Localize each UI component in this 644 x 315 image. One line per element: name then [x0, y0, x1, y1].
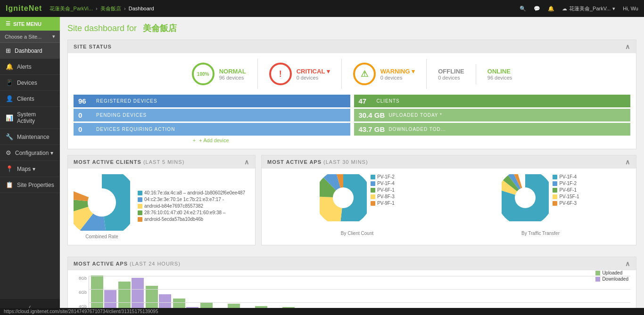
- clients-pie-chart: Combined Rate: [74, 174, 130, 239]
- site-status-section: SITE STATUS ∧ 100% NORMAL 96 devices !: [67, 40, 636, 149]
- configuration-icon: ⚙: [6, 149, 11, 156]
- critical-label: CRITICAL ▾: [297, 68, 330, 75]
- sidebar-label-system-activity: System Activity: [17, 111, 54, 124]
- stat-uploaded: 30.4 GB UPLOADED TODAY *: [354, 109, 631, 121]
- sidebar-label-maintenance: Maintenance: [17, 134, 50, 140]
- clients-icon: 👤: [6, 95, 13, 102]
- search-icon[interactable]: 🔍: [520, 6, 526, 12]
- sidebar-item-clients[interactable]: 👤 Clients: [0, 91, 60, 107]
- logo: IgniteNet: [6, 4, 42, 13]
- stat-pending: 0 PENDING DEVICES: [74, 109, 350, 121]
- stat-downloaded: 43.7 GB DOWNLOADED TOD...: [354, 123, 631, 136]
- sidebar-item-alerts[interactable]: 🔔 Alerts: [0, 59, 60, 75]
- ap-cl-legend-3: PV-6F-1: [371, 187, 395, 193]
- bell-icon[interactable]: 🔔: [548, 6, 554, 12]
- maps-icon: 📍: [6, 165, 13, 172]
- svg-point-11: [333, 187, 354, 208]
- collapse-button[interactable]: ∧: [625, 43, 630, 50]
- ap-cl-legend-2: PV-1F-4: [371, 181, 395, 186]
- warning-ring: ⚠: [353, 63, 376, 85]
- sidebar-label-site-properties: Site Properties: [17, 182, 54, 188]
- site-select[interactable]: Choose a Site... ▾: [0, 31, 60, 43]
- sidebar-item-site-properties[interactable]: 📋 Site Properties: [0, 177, 60, 193]
- critical-ring: !: [269, 63, 292, 85]
- status-card-critical: ! CRITICAL ▾ 0 devices: [258, 59, 342, 89]
- menu-icon: ☰: [6, 21, 10, 27]
- breadcrumb-current: Dashboard: [129, 6, 154, 11]
- aps-collapse-btn[interactable]: ∧: [625, 158, 630, 166]
- clients-collapse-btn[interactable]: ∧: [244, 158, 249, 166]
- sidebar-item-system-activity[interactable]: 📊 System Activity: [0, 107, 60, 129]
- normal-count: 96 devices: [219, 75, 246, 81]
- legend-item-4: 28:76:10:01:47:d0 24:e2:71:60:e9:38 –: [138, 210, 245, 215]
- page-title-site: 美侖飯店: [143, 24, 177, 33]
- breadcrumb-site[interactable]: 花蓮美侖_ParkVi...: [50, 6, 93, 11]
- aps-24h-collapse-btn[interactable]: ∧: [625, 260, 630, 267]
- sidebar-label-configuration: Configuration ▾: [15, 150, 53, 156]
- uploaded-dot: [595, 271, 600, 275]
- ap-traffic-pie-area: PV-1F-4 PV-1F-2 PV-6F-1: [502, 174, 579, 236]
- status-card-normal: 100% NORMAL 96 devices: [181, 59, 258, 89]
- svg-point-5: [88, 188, 116, 217]
- page-title-prefix: Site dashboard for: [67, 24, 137, 33]
- status-online-text: ONLINE 96 devices: [487, 68, 512, 81]
- chat-icon[interactable]: 💬: [534, 6, 540, 12]
- site-menu-header: ☰ SITE MENU: [0, 17, 60, 31]
- legend-item-3: android-b84e7697c8557382: [138, 203, 245, 209]
- clients-title: MOST ACTIVE CLIENTS (LAST 5 MINS): [74, 159, 184, 165]
- breadcrumb-sub[interactable]: 美侖飯店: [100, 6, 121, 11]
- sidebar-item-configuration[interactable]: ⚙ Configuration ▾: [0, 145, 60, 161]
- alerts-icon: 🔔: [6, 63, 13, 70]
- sidebar-item-dashboard[interactable]: ⊞ Dashboard: [0, 43, 60, 59]
- ap-cl-legend-1: PV-1F-2: [371, 174, 395, 179]
- sidebar-item-devices[interactable]: 📱 Devices: [0, 75, 60, 91]
- ap-client-pie-svg: [320, 174, 367, 221]
- legend-dot-1: [138, 191, 142, 195]
- sidebar-item-maps[interactable]: 📍 Maps ▾: [0, 161, 60, 177]
- uploaded-label: Uploaded: [602, 270, 622, 275]
- three-pies: PV-1F-2 PV-1F-4 PV-6F-1: [267, 174, 630, 236]
- stats-left: 96 REGISTERED DEVICES 0 PENDING DEVICES …: [74, 95, 350, 143]
- aps-header: MOST ACTIVE APS (LAST 30 MINS) ∧: [262, 155, 636, 169]
- add-device[interactable]: + + Add device: [74, 137, 350, 143]
- online-count: 96 devices: [487, 75, 512, 81]
- ap-pie-traffic: PV-1F-4 PV-1F-2 PV-6F-1: [451, 174, 630, 236]
- main-layout: ☰ SITE MENU Choose a Site... ▾ ⊞ Dashboa…: [0, 17, 644, 315]
- system-activity-icon: 📊: [6, 114, 13, 121]
- nav-left: IgniteNet 花蓮美侖_ParkVi... › 美侖飯店 › Dashbo…: [6, 4, 154, 13]
- main-content: Site dashboard for 美侖飯店 SITE STATUS ∧ 10…: [60, 17, 644, 315]
- offline-label: OFFLINE: [438, 68, 464, 75]
- devices-icon: 📱: [6, 79, 13, 86]
- cloud-info[interactable]: ☁ 花蓮美侖_ParkV... ▾: [562, 5, 615, 12]
- stats-right: 47 CLIENTS 30.4 GB UPLOADED TODAY * 43.7…: [354, 95, 631, 143]
- legend-dot-2: [138, 197, 142, 202]
- ap-cl-legend-4: PV-8F-3: [371, 194, 395, 199]
- stat-action: 0 DEVICES REQUIRING ACTION: [74, 123, 350, 136]
- most-active-clients-section: MOST ACTIVE CLIENTS (LAST 5 MINS) ∧: [67, 155, 256, 245]
- legend-item-5: android-5ecda57ba10db46b: [138, 217, 245, 222]
- ap-client-pie-row: PV-1F-2 PV-1F-4 PV-6F-1: [320, 174, 395, 221]
- clients-pie-svg: [74, 174, 130, 231]
- legend-item-1: 40:16:7e:da:4c:a8 – android-1b80602f6e0e…: [138, 190, 245, 195]
- aps-title: MOST ACTIVE APS (LAST 30 MINS): [267, 159, 368, 165]
- warning-label: WARNING ▾: [380, 68, 415, 75]
- normal-label: NORMAL: [219, 68, 246, 75]
- legend-dot-4: [138, 210, 142, 215]
- clients-body: Combined Rate 40:16:7e:da:4c:a8 – androi…: [68, 169, 255, 245]
- status-card-warning: ⚠ WARNING ▾ 0 devices: [342, 59, 427, 89]
- plus-icon: +: [193, 137, 196, 143]
- sidebar-label-dashboard: Dashboard: [15, 48, 42, 54]
- aps-body: PV-1F-2 PV-1F-4 PV-6F-1: [262, 169, 636, 242]
- most-active-aps-24h-section: MOST ACTIVE APS (LAST 24 HOURS) ∧ Upload…: [67, 257, 636, 315]
- clients-header: MOST ACTIVE CLIENTS (LAST 5 MINS) ∧: [68, 155, 255, 169]
- sidebar-item-maintenance[interactable]: 🔧 Maintenance: [0, 129, 60, 145]
- site-properties-icon: 📋: [6, 181, 13, 188]
- most-active-aps-section: MOST ACTIVE APS (LAST 30 MINS) ∧: [261, 155, 636, 245]
- status-bar-url: https://cloud.ignitenet.com/site/2814749…: [4, 309, 158, 314]
- active-panels-row: MOST ACTIVE CLIENTS (LAST 5 MINS) ∧: [67, 155, 636, 251]
- site-status-header: SITE STATUS ∧: [68, 40, 636, 53]
- ap-client-legend: PV-1F-2 PV-1F-4 PV-6F-1: [371, 174, 395, 221]
- dashboard-icon: ⊞: [6, 47, 11, 54]
- user-menu[interactable]: Hi, Wu: [623, 6, 638, 11]
- ap-cl-legend-5: PV-9F-1: [371, 201, 395, 206]
